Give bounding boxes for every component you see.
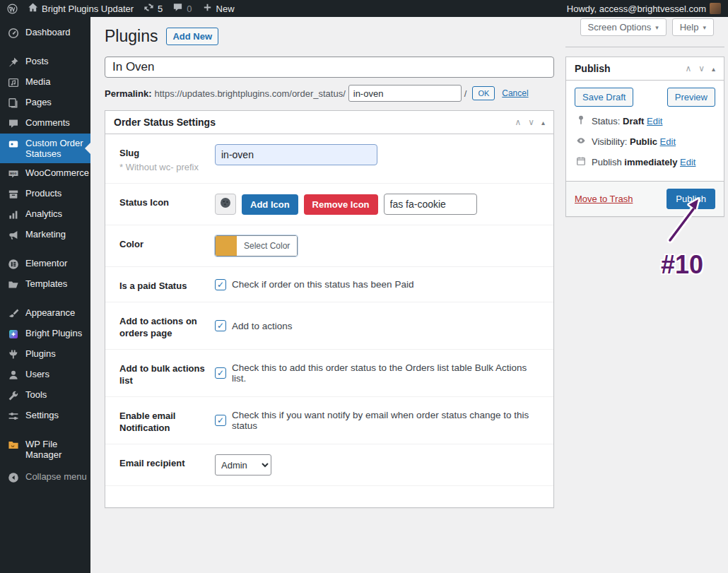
home-icon (28, 2, 38, 15)
email-notification-label: Enable email Notification (119, 407, 215, 434)
users-icon (7, 369, 20, 381)
color-row: Color Select Color (105, 225, 553, 267)
sidebar-item-pages[interactable]: Pages (0, 93, 90, 113)
select-color-button[interactable]: Select Color (215, 235, 298, 256)
new-label: New (216, 4, 235, 14)
wordpress-logo-icon[interactable] (7, 4, 18, 14)
sidebar-item-products[interactable]: Products (0, 184, 90, 204)
site-name: Bright Plugins Updater (42, 4, 134, 14)
sidebar-item-comments[interactable]: Comments (0, 113, 90, 134)
icon-class-input[interactable] (384, 194, 477, 215)
status-value: Draft (623, 116, 644, 126)
sidebar-item-plugins[interactable]: Plugins (0, 344, 90, 365)
comments-icon (7, 117, 20, 129)
actions-on-orders-label: Add to actions on orders page (119, 312, 215, 339)
sidebar-item-dashboard[interactable]: Dashboard (0, 23, 90, 43)
screen-options-button[interactable]: Screen Options ▾ (580, 18, 667, 36)
remove-icon-button[interactable]: Remove Icon (304, 194, 378, 215)
svg-text:woo: woo (9, 172, 16, 175)
sidebar-item-custom-order-statuses[interactable]: Custom Order Statuses (0, 134, 90, 163)
move-up-icon[interactable]: ∧ (685, 64, 691, 73)
updates-count: 5 (158, 4, 163, 14)
collapse-panel-icon[interactable]: ▴ (712, 65, 715, 73)
icon-preview[interactable] (215, 194, 236, 215)
sidebar-item-marketing[interactable]: Marketing (0, 225, 90, 245)
permalink-cancel-link[interactable]: Cancel (502, 88, 528, 98)
publish-button[interactable]: Publish (667, 189, 715, 209)
products-icon (7, 188, 20, 200)
sidebar-item-woocommerce[interactable]: woo WooCommerce (0, 163, 90, 184)
admin-bar: Bright Plugins Updater 5 0 New Howdy, ac… (0, 0, 728, 17)
sidebar-collapse-menu[interactable]: Collapse menu (0, 467, 90, 488)
sidebar-item-elementor[interactable]: Elementor (0, 254, 90, 274)
edit-visibility-link[interactable]: Edit (660, 136, 676, 147)
templates-folder-icon (7, 278, 20, 290)
collapse-panel-icon[interactable]: ▴ (541, 119, 545, 126)
tools-wrench-icon (7, 389, 20, 401)
post-title-input[interactable] (105, 57, 554, 78)
updates-icon (143, 2, 154, 15)
comments-count: 0 (187, 4, 192, 14)
move-down-icon[interactable]: ∨ (698, 64, 705, 73)
paid-status-checkbox[interactable]: ✓ (215, 279, 226, 290)
preview-button[interactable]: Preview (667, 88, 715, 107)
sidebar-item-analytics[interactable]: Analytics (0, 204, 90, 225)
elementor-icon (7, 258, 20, 270)
annotation-label: #10 (636, 250, 728, 280)
email-notification-checkbox[interactable]: ✓ (215, 415, 226, 426)
analytics-icon (7, 208, 20, 220)
appearance-brush-icon (7, 307, 20, 319)
bulk-actions-checkbox[interactable]: ✓ (215, 367, 226, 379)
sidebar-item-wp-file-manager[interactable]: WP File Manager (0, 435, 90, 464)
move-to-trash-link[interactable]: Move to Trash (575, 194, 633, 204)
status-pin-icon (576, 115, 586, 127)
bulk-actions-row: Add to bulk actions list ✓ Check this to… (105, 350, 553, 397)
sidebar-item-settings[interactable]: Settings (0, 406, 90, 426)
add-new-button[interactable]: Add New (166, 28, 218, 45)
cookie-icon (219, 196, 232, 212)
updates-menu[interactable]: 5 (143, 2, 163, 15)
sidebar-item-posts[interactable]: Posts (0, 52, 90, 72)
main-content: Screen Options ▾ Help ▾ Plugins Add New … (90, 17, 728, 573)
add-icon-button[interactable]: Add Icon (242, 194, 298, 215)
help-button[interactable]: Help ▾ (672, 18, 714, 36)
order-status-settings-panel: Order Status Settings ∧ ∨ ▴ Slug * Witho… (105, 110, 554, 508)
plugins-icon (7, 348, 20, 360)
sidebar-item-users[interactable]: Users (0, 365, 90, 385)
save-draft-button[interactable]: Save Draft (575, 88, 633, 107)
new-menu[interactable]: New (202, 2, 235, 15)
comments-bubble-icon (172, 2, 183, 15)
sidebar-item-media[interactable]: Media (0, 72, 90, 93)
comments-menu[interactable]: 0 (172, 2, 192, 15)
sidebar-item-tools[interactable]: Tools (0, 385, 90, 406)
calendar-icon (576, 156, 586, 168)
howdy-menu[interactable]: Howdy, access@brightvessel.com (567, 3, 721, 14)
visibility-value: Public (630, 136, 657, 147)
admin-sidebar: Dashboard Posts Media Pages Comments Cus… (0, 17, 90, 573)
schedule-meta-row: Publish immediately Edit (576, 156, 715, 168)
edit-schedule-link[interactable]: Edit (680, 157, 695, 167)
paid-status-label: Is a paid Status (119, 277, 215, 292)
media-icon (7, 76, 20, 88)
move-down-icon[interactable]: ∨ (528, 117, 534, 127)
sidebar-item-appearance[interactable]: Appearance (0, 303, 90, 324)
visibility-meta-row: Visibility: Public Edit (576, 136, 715, 148)
slug-note: * Without wc- prefix (119, 161, 215, 173)
email-recipient-select[interactable]: Admin (215, 454, 271, 475)
publish-panel: Publish ∧ ∨ ▴ Save Draft Preview Status:… (565, 57, 724, 217)
permalink-ok-button[interactable]: OK (472, 86, 495, 100)
actions-on-orders-checkbox[interactable]: ✓ (215, 320, 226, 331)
screen-meta-divider (565, 47, 724, 47)
move-up-icon[interactable]: ∧ (515, 117, 521, 127)
site-link[interactable]: Bright Plugins Updater (28, 2, 134, 15)
status-icon-row: Status Icon Add Icon Remove Icon (105, 184, 553, 225)
sidebar-item-templates[interactable]: Templates (0, 274, 90, 295)
sidebar-item-bright-plugins[interactable]: Bright Plugins (0, 324, 90, 344)
color-swatch (216, 236, 237, 256)
edit-status-link[interactable]: Edit (647, 116, 662, 126)
permalink-slug-input[interactable] (348, 85, 462, 102)
chevron-down-icon: ▾ (655, 24, 659, 31)
status-meta-row: Status: Draft Edit (576, 115, 715, 127)
settings-sliders-icon (7, 410, 20, 422)
slug-input[interactable] (215, 144, 377, 165)
